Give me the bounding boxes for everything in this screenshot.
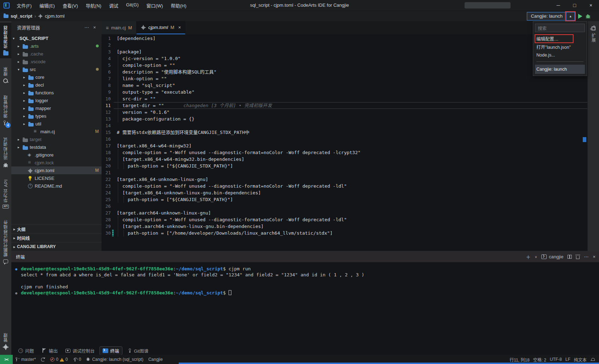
panel-tab[interactable]: 问题 — [16, 347, 37, 355]
panel-tab[interactable]: Git图谱 — [124, 347, 151, 355]
launch-status-item[interactable]: Cangjie: launch (sql_script) — [83, 357, 146, 362]
close-window-button[interactable]: × — [583, 0, 599, 11]
dropdown-menu-item[interactable]: Node.js... — [535, 51, 585, 59]
debug-button[interactable] — [586, 14, 591, 19]
menu-item[interactable]: 查看(V) — [59, 1, 81, 10]
editor-line[interactable]: 26 — [102, 203, 587, 210]
activity-bar-item[interactable]: 源代码管理 4 — [0, 92, 11, 129]
command-decoration-icon[interactable]: ● — [15, 290, 17, 296]
editor-line[interactable]: 21 — [102, 169, 587, 176]
tree-row[interactable]: ▸ functions — [11, 89, 102, 96]
tree-row[interactable]: README.md — [11, 182, 102, 190]
tree-row[interactable]: ▾ SQL_SCRIPT — [11, 34, 102, 42]
notifications-bell-icon[interactable] — [590, 357, 595, 362]
command-center-pill[interactable] — [465, 2, 511, 8]
editor-tab[interactable]: ≡ main.cj M — [102, 21, 137, 34]
tree-row[interactable]: LICENSE — [11, 174, 102, 182]
encoding[interactable]: UTF-8 — [550, 357, 562, 362]
menu-item[interactable]: 编辑(E) — [36, 1, 58, 10]
launch-config-select[interactable]: Cangjie: launch ▲ — [527, 12, 575, 20]
tree-row[interactable]: ▸ util — [11, 120, 102, 128]
tree-row[interactable]: cjpm.toml M — [11, 166, 102, 174]
terminal-output[interactable]: ●developer@tecspool-19e0c5b1-45d9-4fef-9… — [11, 262, 599, 346]
run-button[interactable] — [578, 14, 582, 19]
editor-line[interactable]: 29 [target.aarch64-unknown-linux-gnu.bin… — [102, 223, 587, 230]
editor-line[interactable]: 25 path-option = ["${CANGJIE_STDX_PATH}"… — [102, 196, 587, 203]
editor-line[interactable]: 27 [target.aarch64-unknown-linux-gnu] — [102, 210, 587, 216]
more-actions-icon[interactable]: ⋯ — [584, 254, 588, 259]
editor-line[interactable]: 9 output-type = "executable" — [102, 89, 587, 95]
minimize-button[interactable]: ─ — [550, 0, 566, 11]
tree-row[interactable]: ▸ testdata — [11, 143, 102, 151]
kill-terminal-icon[interactable] — [576, 256, 580, 259]
editor-line[interactable]: 30 path-option = ["/home/developer/Downl… — [102, 230, 587, 236]
panel-tab[interactable]: 调试控制台 — [63, 347, 98, 355]
menu-item[interactable]: Git(G) — [123, 1, 142, 10]
editor-line[interactable]: 11 target-dir = ""changeden [3 个月前] • 完成… — [102, 102, 587, 109]
editor-line[interactable]: 1 [dependencies] — [102, 35, 587, 42]
tree-row[interactable]: ▸ .arts — [11, 42, 102, 50]
tree-row[interactable]: ▸ .cache — [11, 50, 102, 58]
split-terminal-icon[interactable] — [568, 255, 572, 259]
activity-bar-item[interactable]: 鲲鹏代码迁移插件 — [0, 217, 11, 266]
menu-item[interactable]: 窗口(W) — [143, 1, 166, 10]
sync-button[interactable] — [38, 357, 48, 362]
tree-row[interactable]: cjpm.lock — [11, 159, 102, 166]
tree-row[interactable]: ▸ mapper — [11, 104, 102, 112]
maximize-button[interactable]: □ — [566, 0, 583, 11]
menu-item[interactable]: 调试 — [106, 1, 121, 10]
problems-summary[interactable]: 0 0 — [48, 357, 70, 362]
tree-row[interactable]: ▾ src — [11, 65, 102, 73]
panel-tab[interactable]: 终端 — [100, 347, 122, 355]
editor-line[interactable]: 14 — [102, 122, 587, 129]
editor-line[interactable]: 6 description = "使用脚本构建SQL的工具" — [102, 69, 587, 75]
breadcrumb-file[interactable]: cjpm.toml — [45, 13, 65, 19]
editor-line[interactable]: 12 version = "0.1.6" — [102, 109, 587, 116]
extensions-icon[interactable] — [592, 27, 595, 30]
panel-tab[interactable]: 输出 — [39, 347, 61, 355]
close-panel-icon[interactable]: × — [593, 254, 595, 259]
menu-item[interactable]: 文件(F) — [13, 1, 35, 10]
editor-line[interactable]: 17 [target.x86_64-w64-mingw32] — [102, 142, 587, 149]
dropdown-menu-item[interactable]: 编辑配置… — [535, 35, 573, 43]
dropdown-menu-item[interactable]: 打开"launch.json" — [535, 43, 585, 51]
tree-row[interactable]: ▸ target — [11, 135, 102, 143]
terminal-profile-dropdown-icon[interactable]: ∨ — [535, 255, 537, 259]
launch-config-dropdown-arrow annotation-box[interactable]: ▲ — [566, 12, 575, 20]
activity-bar-item[interactable]: 运行和调试 — [0, 134, 11, 171]
new-terminal-icon[interactable]: ＋ — [526, 253, 531, 260]
cursor-position[interactable]: 行11, 列18 — [509, 357, 529, 363]
code-editor[interactable]: 1 [dependencies] 2 — [102, 34, 587, 251]
activity-bar-item-manage[interactable]: 管理 — [0, 330, 11, 353]
dropdown-selected-item[interactable]: Cangjie: launch — [535, 65, 585, 74]
tree-row[interactable]: ▸ core — [11, 73, 102, 81]
tree-row[interactable]: main.cj M — [11, 128, 102, 135]
language-context-item[interactable]: Cangjie — [146, 357, 165, 362]
editor-line[interactable]: 5 compile-option = "" — [102, 62, 587, 69]
menu-item[interactable]: 导航(N) — [82, 1, 104, 10]
indentation[interactable]: 空格: 2 — [533, 357, 546, 363]
activity-bar-item[interactable]: 搜索 — [0, 64, 11, 87]
terminal-instance[interactable]: cangjie — [541, 254, 563, 259]
editor-line[interactable]: 16 — [102, 136, 587, 142]
editor-line[interactable]: 15 # 需要将stdx依赖路径添加到环境变量CANGJIE_STDX_PATH… — [102, 129, 587, 136]
breadcrumb-folder[interactable]: sql_script — [11, 13, 32, 19]
sidebar-section[interactable]: ▸ 时间线 — [11, 233, 102, 242]
editor-line[interactable]: 8 name = "sql_script" — [102, 82, 587, 89]
tree-row[interactable]: .gitignore — [11, 151, 102, 159]
sidebar-section[interactable]: ▸ CANGJIE LIBRARY — [11, 242, 102, 251]
git-branch-item[interactable]: master* — [13, 357, 38, 362]
editor-line[interactable]: 4 cjc-version = "1.0.0" — [102, 55, 587, 62]
breadcrumb[interactable]: sql_script › cjpm.toml — [0, 13, 64, 19]
editor-line[interactable]: 24 [target.x86_64-unknown-linux-gnu.bin-… — [102, 189, 587, 196]
activity-bar-item[interactable]: 华为云 API — [0, 176, 11, 211]
more-actions-icon[interactable]: ⋯ — [82, 25, 91, 30]
extensions-label[interactable]: 扩展 — [591, 33, 597, 42]
editor-line[interactable]: 19 [target.x86_64-w64-mingw32.bin-depend… — [102, 156, 587, 163]
editor-line[interactable]: 28 compile-option = "-Woff unused --diag… — [102, 216, 587, 223]
tree-row[interactable]: ▸ .vscode — [11, 58, 102, 65]
editor-tab[interactable]: cjpm.toml M × — [137, 21, 185, 34]
dropdown-search-input[interactable]: 搜索 — [535, 24, 585, 32]
command-decoration-icon[interactable]: ● — [15, 266, 17, 272]
editor-line[interactable]: 3 [package] — [102, 48, 587, 55]
